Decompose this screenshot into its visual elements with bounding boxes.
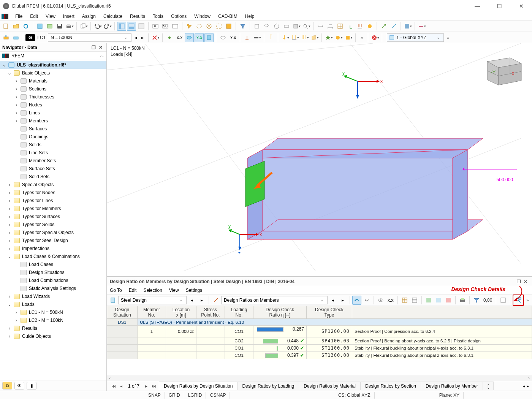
pager-next-icon[interactable]: ▸ bbox=[143, 383, 149, 389]
navigator-undock-icon[interactable]: ❐ bbox=[90, 45, 97, 50]
show-3d-icon[interactable] bbox=[204, 33, 214, 42]
design-check-details-button[interactable] bbox=[513, 294, 524, 306]
redo-icon[interactable] bbox=[103, 22, 112, 31]
pager-prev-icon[interactable]: ◂ bbox=[118, 383, 124, 389]
menu-cadbim[interactable]: CAD-BIM bbox=[214, 13, 241, 20]
results-menu-goto[interactable]: Go To bbox=[110, 288, 122, 293]
tree-item-solids[interactable]: Solids bbox=[0, 141, 106, 149]
open-icon[interactable] bbox=[11, 22, 21, 31]
arrow-b-icon[interactable] bbox=[389, 22, 398, 31]
menu-view[interactable]: View bbox=[42, 13, 59, 20]
viewport-3d[interactable]: LC1 - N = 500kN Loads [kN] x y bbox=[107, 43, 532, 277]
table-a-icon[interactable] bbox=[400, 296, 409, 305]
filter2-icon[interactable] bbox=[472, 296, 481, 305]
copy-icon[interactable] bbox=[79, 22, 88, 31]
table-row[interactable]: CO2 0.448✔ SP4100.03 Section Proof | Ben… bbox=[107, 337, 532, 345]
lc-config-a-icon[interactable] bbox=[2, 33, 11, 42]
result-type-icon[interactable] bbox=[211, 296, 220, 305]
results-menu-selection[interactable]: Selection bbox=[143, 288, 162, 293]
tree-group-types-for-surfaces[interactable]: ›Types for Surfaces bbox=[0, 212, 106, 220]
new-icon[interactable] bbox=[2, 22, 11, 31]
supports-icon[interactable] bbox=[242, 33, 252, 42]
tree-load-lc2-m-100kn[interactable]: ›LC2 - M = 100kN bbox=[0, 316, 106, 324]
tree-guide-objects[interactable]: ›Guide Objects bbox=[0, 332, 106, 340]
nav-tab-view-icon[interactable]: 👁 bbox=[14, 382, 24, 390]
pager-first-icon[interactable]: ⏮ bbox=[111, 383, 117, 389]
wiz-c-icon[interactable] bbox=[344, 33, 353, 42]
axes-icon[interactable] bbox=[345, 22, 355, 31]
menu-tools[interactable]: Tools bbox=[149, 13, 167, 20]
status-lgrid[interactable]: LGRID bbox=[184, 392, 206, 399]
tree-lcc-static-analysis-settings[interactable]: Static Analysis Settings bbox=[0, 284, 106, 292]
load-1-icon[interactable] bbox=[280, 33, 290, 42]
sel-prev-icon[interactable]: ◂ bbox=[187, 296, 196, 305]
results-hscroll[interactable]: ‹› bbox=[107, 375, 532, 381]
tree-lcc-load-combinations[interactable]: Load Combinations bbox=[0, 276, 106, 284]
tree-item-lines[interactable]: ›Lines bbox=[0, 109, 106, 117]
tree-group-types-for-members[interactable]: ›Types for Members bbox=[0, 204, 106, 212]
export-icon[interactable] bbox=[499, 296, 508, 305]
select-icon[interactable] bbox=[185, 22, 194, 31]
zoom-icon[interactable] bbox=[302, 22, 311, 31]
results-menu-edit[interactable]: Edit bbox=[129, 288, 137, 293]
tabs-next-icon[interactable]: ▸ bbox=[527, 383, 529, 389]
menu-calculate[interactable]: Calculate bbox=[100, 13, 126, 20]
tree-item-nodes[interactable]: ›Nodes bbox=[0, 101, 106, 109]
tree-item-materials[interactable]: ›Materials bbox=[0, 77, 106, 85]
sync-view-a-icon[interactable] bbox=[352, 296, 361, 305]
eye-icon[interactable] bbox=[376, 296, 385, 305]
menu-file[interactable]: File bbox=[11, 13, 26, 20]
tab-by-loading[interactable]: Design Ratios by Loading bbox=[237, 382, 299, 390]
results-undock-icon[interactable]: ❐ bbox=[515, 279, 522, 284]
show-xx-icon[interactable]: x.xx bbox=[195, 33, 204, 42]
steel-design-icon[interactable] bbox=[108, 296, 117, 305]
tree-group-types-for-lines[interactable]: ›Types for Lines bbox=[0, 196, 106, 204]
table-row[interactable]: CO1 0.397✔ ST1300.00 Stability | Flexura… bbox=[107, 352, 532, 359]
tab-by-member[interactable]: Design Ratios by Member bbox=[421, 382, 483, 390]
design-module-select[interactable]: Steel Design⌄ bbox=[118, 296, 187, 304]
results-close-icon[interactable]: ✕ bbox=[522, 279, 529, 284]
tables-toggle-icon[interactable] bbox=[127, 22, 136, 31]
model-check-icon[interactable] bbox=[45, 22, 54, 31]
lc-next-icon[interactable]: ▸ bbox=[139, 33, 146, 42]
view-c-icon[interactable] bbox=[272, 22, 281, 31]
pager-last-icon[interactable]: ⏭ bbox=[151, 383, 157, 389]
overflow2-icon[interactable]: » bbox=[445, 35, 452, 40]
table-b-icon[interactable] bbox=[410, 296, 419, 305]
vis-a-icon[interactable] bbox=[165, 33, 174, 42]
filter-icon[interactable] bbox=[238, 22, 247, 31]
load-a-icon[interactable] bbox=[266, 33, 276, 42]
tree-item-members[interactable]: ›Members bbox=[0, 117, 106, 125]
tabs-prev-icon[interactable]: ◂ bbox=[523, 383, 525, 389]
xx-icon[interactable]: x.xx bbox=[386, 296, 395, 305]
print-icon[interactable] bbox=[65, 22, 74, 31]
maximize-button[interactable]: ☐ bbox=[492, 1, 507, 11]
view-d-icon[interactable] bbox=[282, 22, 291, 31]
script-a-icon[interactable]: » bbox=[151, 22, 160, 31]
results-menu-view[interactable]: View bbox=[169, 288, 179, 293]
close-button[interactable]: ✕ bbox=[514, 1, 529, 11]
tab-by-material[interactable]: Design Ratios by Material bbox=[299, 382, 361, 390]
tree-item-surface-sets[interactable]: Surface Sets bbox=[0, 165, 106, 173]
clear-x-icon[interactable] bbox=[370, 33, 380, 42]
tree-group-imperfections[interactable]: ›Imperfections bbox=[0, 244, 106, 252]
navigator-toggle-icon[interactable] bbox=[117, 22, 126, 31]
undo-icon[interactable] bbox=[93, 22, 102, 31]
vis-b-icon[interactable]: x.xx bbox=[175, 33, 184, 42]
tree-item-surfaces[interactable]: Surfaces bbox=[0, 125, 106, 133]
tree-group-types-for-nodes[interactable]: ›Types for Nodes bbox=[0, 188, 106, 196]
menu-edit[interactable]: Edit bbox=[26, 13, 42, 20]
tree-group-special-objects[interactable]: ›Special Objects bbox=[0, 180, 106, 188]
tree-load-wizards[interactable]: ›Load Wizards bbox=[0, 292, 106, 300]
lc-prev-icon[interactable]: ◂ bbox=[132, 33, 139, 42]
menu-insert[interactable]: Insert bbox=[59, 13, 78, 20]
coord-system-select[interactable]: 1 - Global XYZ ⌄ bbox=[387, 33, 444, 42]
vis-f-icon[interactable]: x.xx bbox=[228, 33, 238, 42]
dim-a-icon[interactable] bbox=[316, 22, 325, 31]
tab-more[interactable]: [ bbox=[483, 382, 494, 390]
result-type-select[interactable]: Design Ratios on Members⌄ bbox=[221, 296, 328, 304]
panel-c-icon[interactable] bbox=[137, 22, 146, 31]
load-case-selector[interactable]: G LC1 N = 500kN⌄ bbox=[25, 33, 131, 42]
view-cube-icon[interactable] bbox=[292, 22, 301, 31]
beam-model[interactable] bbox=[240, 138, 487, 260]
